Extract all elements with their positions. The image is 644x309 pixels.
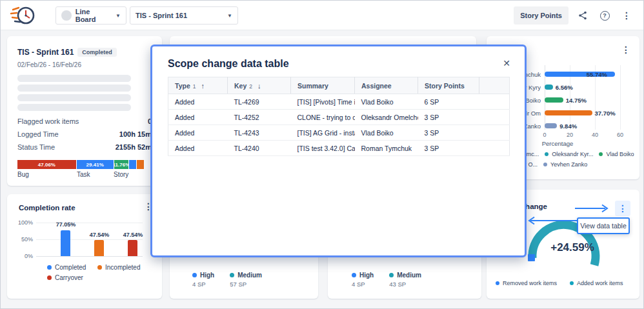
legend-dot bbox=[599, 152, 603, 156]
cell-type: Added bbox=[168, 125, 228, 141]
legend-item-completed[interactable]: Completed bbox=[47, 264, 97, 271]
bar-value-label: 9.84% bbox=[559, 123, 577, 130]
bar-value-label: 37.70% bbox=[595, 110, 616, 117]
kebab-icon: ⋮ bbox=[618, 204, 627, 213]
column-header-type[interactable]: Type1↑ bbox=[168, 77, 228, 94]
stat-label: Logged Time bbox=[17, 130, 59, 138]
cell-assignee: Roman Tymchuk bbox=[355, 141, 418, 156]
bar-carryover[interactable] bbox=[128, 240, 137, 256]
scope-card-kebab[interactable]: ⋮ bbox=[615, 201, 630, 216]
bar-segment[interactable] bbox=[137, 160, 145, 169]
legend-label: Removed work items bbox=[503, 280, 557, 286]
chevron-down-icon: ▼ bbox=[116, 13, 121, 19]
bar-value-label: 47.54% bbox=[123, 232, 143, 238]
y-tick: 100% bbox=[18, 219, 33, 226]
column-header-story-points[interactable]: Story Points bbox=[418, 77, 479, 94]
x-tick: 20 bbox=[567, 132, 573, 138]
bar[interactable] bbox=[545, 85, 553, 90]
topbar-kebab-menu[interactable]: ⋮ bbox=[619, 8, 634, 23]
column-header-assignee[interactable]: Assignee bbox=[355, 77, 418, 94]
legend-item-high[interactable]: High 4 SP bbox=[352, 272, 374, 288]
column-header-summary[interactable]: Summary bbox=[291, 77, 355, 94]
bar-value-label: 55.74% bbox=[587, 71, 607, 78]
cell-type: Added bbox=[168, 141, 228, 156]
bar-value-label: 14.75% bbox=[566, 97, 587, 104]
arrow-to-kebab-icon bbox=[574, 203, 612, 214]
issue-type-axis-labels: Bug Task Story bbox=[17, 171, 152, 180]
legend-dot bbox=[97, 265, 102, 270]
axis-label-task: Task bbox=[77, 171, 90, 178]
legend-item-incompleted[interactable]: Incompleted bbox=[97, 264, 140, 271]
chevron-down-icon: ▼ bbox=[227, 13, 232, 19]
legend-label: Carryover bbox=[55, 274, 83, 281]
skeleton-bar bbox=[17, 94, 131, 101]
help-icon[interactable]: ? bbox=[597, 8, 612, 23]
app-logo bbox=[10, 4, 35, 30]
sprint-title: TIS - Sprint 161 bbox=[17, 48, 74, 57]
cell-assignee: Vlad Boiko bbox=[355, 125, 418, 141]
skeleton-bar bbox=[17, 85, 131, 92]
legend-item-medium[interactable]: Medium 57 SP bbox=[230, 272, 262, 288]
bar[interactable] bbox=[545, 123, 557, 128]
bar-segment-task[interactable]: 29.41% bbox=[77, 160, 114, 169]
cell-summary: CLONE - trying to creat... bbox=[291, 110, 355, 125]
legend-item-carryover[interactable]: Carryover bbox=[47, 274, 97, 281]
legend-item[interactable]: Yevhen Zanko bbox=[543, 161, 587, 168]
cell-summary: [TIS] AG Grid - install lic... bbox=[291, 125, 355, 141]
bar-segment-bug[interactable]: 47.06% bbox=[17, 160, 76, 169]
skeleton-bar bbox=[17, 75, 131, 82]
board-dropdown-label: Line Board bbox=[75, 8, 112, 23]
table-row: Added TL-4252 CLONE - trying to creat...… bbox=[168, 110, 510, 125]
cell-story-points: 6 SP bbox=[418, 94, 479, 110]
legend-dot bbox=[389, 273, 394, 277]
legend-item-removed[interactable]: Removed work items bbox=[496, 280, 557, 286]
scope-legend: Removed work items Added work items bbox=[496, 280, 634, 286]
bar-value-label: 6.56% bbox=[556, 84, 573, 91]
legend-dot bbox=[570, 281, 574, 285]
bar[interactable] bbox=[545, 97, 563, 103]
x-axis-label: Percentage bbox=[516, 140, 599, 147]
stat-label: Flagged work items bbox=[17, 117, 79, 125]
gauge-start-marker bbox=[528, 254, 535, 261]
table-row: Added TL-4243 [TIS] AG Grid - install li… bbox=[168, 125, 510, 141]
axis-label-story: Story bbox=[114, 171, 128, 178]
assignee-card-kebab[interactable]: ⋮ bbox=[621, 45, 630, 54]
board-dropdown[interactable]: Line Board ▼ bbox=[55, 6, 126, 25]
completion-card-title: Completion rate bbox=[19, 204, 75, 212]
bar-completed[interactable] bbox=[61, 230, 70, 256]
sprint-dropdown-label: TIS - Sprint 161 bbox=[136, 12, 187, 19]
arrow-to-modal-icon bbox=[526, 215, 580, 226]
legend-item[interactable]: Oleksandr Kyr... bbox=[545, 151, 593, 157]
sprint-dropdown[interactable]: TIS - Sprint 161 ▼ bbox=[130, 6, 238, 25]
completion-legend: Completed Incompleted Carryover bbox=[47, 264, 140, 281]
cell-key: TL-4252 bbox=[228, 110, 291, 125]
legend-label: High bbox=[200, 272, 214, 279]
legend-value: 57 SP bbox=[230, 281, 262, 288]
story-points-button[interactable]: Story Points bbox=[514, 6, 569, 25]
bar-incompleted[interactable] bbox=[94, 240, 104, 256]
cell-summary: [TIS] [Pivots] Time in st... bbox=[291, 94, 355, 110]
x-tick: 0 bbox=[543, 132, 546, 138]
share-icon[interactable] bbox=[575, 8, 590, 23]
close-icon[interactable]: ✕ bbox=[503, 58, 510, 68]
legend-item-added[interactable]: Added work items bbox=[570, 280, 623, 286]
completion-chart: 100% 50% 0% 77.05% 47.54% 47.54% bbox=[36, 223, 143, 256]
legend-item[interactable]: Vlad Boiko bbox=[599, 151, 634, 157]
priority-legend-1: High 4 SP Medium 57 SP bbox=[192, 272, 262, 288]
sort-down-icon: ↓ bbox=[257, 82, 261, 90]
legend-label: Medium bbox=[397, 272, 421, 279]
column-header-key[interactable]: Key2↓ bbox=[228, 77, 291, 94]
stat-value: 100h 15m bbox=[119, 130, 152, 138]
bar-segment-story[interactable]: 11.76% bbox=[114, 160, 129, 169]
completion-rate-card: Completion rate ⋮ 100% 50% 0% 77.05% 47.… bbox=[7, 194, 162, 299]
legend-value: 43 SP bbox=[389, 281, 421, 288]
sprint-status-badge: Completed bbox=[77, 48, 117, 57]
bar[interactable] bbox=[545, 110, 592, 115]
legend-item-medium[interactable]: Medium 43 SP bbox=[389, 272, 421, 288]
legend-item-high[interactable]: High 4 SP bbox=[192, 272, 214, 288]
legend-dot bbox=[192, 273, 197, 277]
legend-label: Vlad Boiko bbox=[606, 151, 634, 157]
legend-dot bbox=[47, 265, 52, 270]
bar-segment[interactable] bbox=[129, 160, 136, 169]
sprint-summary-card: TIS - Sprint 161Completed 02/Feb/26 - 16… bbox=[7, 36, 162, 186]
